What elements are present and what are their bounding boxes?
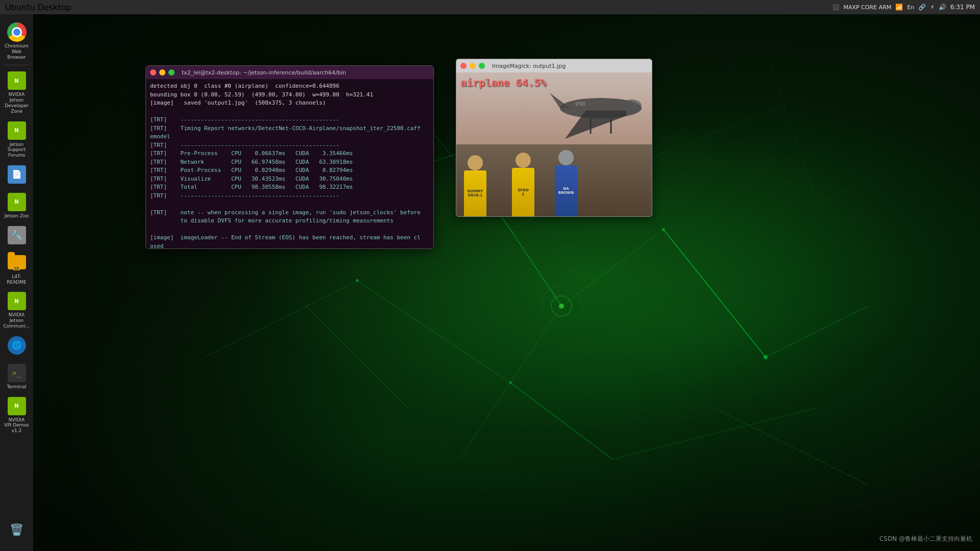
sidebar-item-chromium[interactable]: ChromiumWebBrowser: [2, 19, 32, 62]
term-line-17: to disable DVFS for more accurate profil…: [150, 217, 429, 226]
svg-marker-29: [550, 93, 570, 108]
nvidia-icon-2: N: [8, 121, 26, 140]
chromium-label: ChromiumWebBrowser: [5, 43, 29, 60]
nvidia-icon-5: N: [8, 397, 26, 415]
term-line-8: [TRT] ----------------------------------…: [150, 141, 429, 150]
chromium-icon: [7, 22, 27, 42]
maxp-label: MAXP CORE ARM: [844, 4, 892, 11]
imagemagick-title-text: ImageMagick: output1.jpg: [492, 63, 566, 69]
terminal-icon: >_: [8, 364, 26, 382]
sidebar-item-trash[interactable]: 🗑️: [2, 517, 32, 543]
person-1: DUMMYDECK-1: [464, 155, 486, 216]
trash-icon: 🗑️: [7, 519, 27, 540]
files-icon: 📄: [7, 164, 27, 185]
nvidia-communi-icon: N: [7, 291, 27, 311]
term-line-14: [TRT] ----------------------------------…: [150, 192, 429, 201]
nvidia-devzone-icon: N: [7, 70, 27, 91]
term-line-11: [TRT] Post-Process CPU 0.82940ms CUDA 0.…: [150, 166, 429, 175]
term-line-1: detected obj 0 class #0 (airplane) confi…: [150, 82, 429, 91]
terminal-min-btn[interactable]: [159, 69, 165, 76]
head-2: [516, 153, 531, 168]
taskbar-title: Ubuntu Desktop: [5, 3, 71, 12]
l4t-icon: SD: [7, 253, 27, 273]
person-3: NABROWN: [555, 150, 577, 216]
terminal-label: Terminal: [7, 384, 26, 390]
term-line-3: [image] saved 'output1.jpg' (500x375, 3 …: [150, 99, 429, 108]
nvidia-devzone-label: NVIDIAJetsonDeveloperZone: [5, 92, 28, 114]
blue-circle-icon: 🌐: [8, 336, 26, 355]
person-2: SFDO2: [512, 153, 534, 216]
taskbar: Ubuntu Desktop ⬛ MAXP CORE ARM 📶 En 🔗 ⚡ …: [0, 0, 980, 14]
chromium-2-icon: 🌐: [7, 335, 27, 356]
sidebar-item-l4t[interactable]: SD L4T-README: [2, 250, 32, 288]
imagemagick-titlebar: ImageMagick: output1.jpg: [456, 59, 652, 72]
sidebar-item-nvidia-devzone[interactable]: N NVIDIAJetsonDeveloperZone: [2, 68, 32, 116]
nvidia-zoo-label: Jetson Zoo: [5, 213, 29, 219]
term-line-18: [150, 226, 429, 234]
svg-text:VT03: VT03: [575, 102, 585, 107]
nvidia-icon-3: N: [8, 193, 26, 211]
body-3: NABROWN: [555, 165, 577, 216]
svg-point-30: [621, 99, 642, 112]
head-1: [468, 155, 483, 170]
imagemagick-close-btn[interactable]: [460, 63, 467, 69]
terminal-titlebar: tx2_lei@tx2-desktop: ~/jetson-inference/…: [146, 66, 433, 79]
sidebar-item-nvidia-zoo[interactable]: N Jetson Zoo: [2, 189, 32, 221]
sidebar-item-chromium-2[interactable]: 🌐: [2, 333, 32, 359]
terminal-content[interactable]: detected obj 0 class #0 (airplane) confi…: [146, 79, 433, 248]
sidebar-item-settings[interactable]: 🔧: [2, 222, 32, 249]
head-3: [558, 150, 574, 165]
sidebar-item-files[interactable]: 📄: [2, 162, 32, 188]
term-line-4: [150, 108, 429, 116]
sidebar-item-vpi[interactable]: N NVIDIAVPI Demosv1.2: [2, 393, 32, 436]
vpi-icon: N: [7, 396, 27, 416]
term-line-10: [TRT] Network CPU 66.97458ms CUDA 63.389…: [150, 158, 429, 167]
nvidia-icon-1: N: [8, 71, 26, 90]
imagemagick-window[interactable]: ImageMagick: output1.jpg: [456, 59, 652, 217]
imagemagick-min-btn[interactable]: [470, 63, 476, 69]
sidebar-item-nvidia-support[interactable]: N JetsonSupportForums: [2, 118, 32, 161]
volume-icon: 🔊: [939, 4, 946, 11]
nvidia-communi-label: NVIDIAJetsonCommuni...: [4, 312, 30, 329]
airplane-image: VT03 DUMMYDECK-1 SFDO2: [456, 72, 652, 216]
terminal-window[interactable]: tx2_lei@tx2-desktop: ~/jetson-inference/…: [145, 65, 434, 249]
people-group: DUMMYDECK-1 SFDO2: [456, 145, 652, 216]
term-line-20: osed: [150, 242, 429, 249]
terminal-max-btn[interactable]: [168, 69, 175, 76]
divider-1: [4, 65, 30, 65]
body-2: SFDO2: [512, 168, 534, 216]
term-line-9: [TRT] Pre-Process CPU 0.06637ms CUDA 3.3…: [150, 149, 429, 158]
nvidia-zoo-icon: N: [7, 192, 27, 212]
en-indicator: En: [907, 4, 914, 11]
sidebar-item-terminal[interactable]: >_ Terminal: [2, 360, 32, 392]
term-line-15: [150, 200, 429, 209]
wifi-icon: 📶: [895, 4, 903, 11]
term-line-6: [TRT] Timing Report networks/DetectNet-C…: [150, 124, 429, 133]
nvidia-icon-4: N: [8, 292, 26, 310]
term-line-7: emodel: [150, 133, 429, 141]
doc-icon: 📄: [8, 165, 26, 184]
airplane-svg: VT03: [545, 78, 647, 154]
body-1: DUMMYDECK-1: [464, 170, 486, 216]
clock: 6:31 PM: [950, 4, 975, 11]
vpi-label: NVIDIAVPI Demosv1.2: [4, 417, 29, 434]
sidebar-item-nvidia-communi[interactable]: N NVIDIAJetsonCommuni...: [2, 288, 32, 331]
imagemagick-max-btn[interactable]: [479, 63, 485, 69]
imagemagick-content: VT03 DUMMYDECK-1 SFDO2: [456, 72, 652, 216]
detection-label: airplane 64.5%: [460, 77, 547, 89]
nvidia-support-label: JetsonSupportForums: [8, 142, 26, 158]
term-line-19: [image] imageLoader -- End of Stream (EO…: [150, 234, 429, 242]
nvidia-support-icon: N: [7, 120, 27, 141]
term-line-12: [TRT] Visualize CPU 30.43523ms CUDA 30.7…: [150, 175, 429, 184]
l4t-label: L4T-README: [7, 274, 26, 285]
wrench-icon: 🔧: [8, 226, 26, 244]
term-line-2: bounding box 0 (0.00, 52.59) (499.00, 37…: [150, 91, 429, 99]
terminal-close-btn[interactable]: [150, 69, 156, 76]
bluetooth-icon: 🔗: [918, 4, 926, 11]
taskbar-right: ⬛ MAXP CORE ARM 📶 En 🔗 ⚡ 🔊 6:31 PM: [832, 4, 975, 11]
settings-icon: 🔧: [7, 225, 27, 245]
term-line-16: [TRT] note -- when processing a single i…: [150, 209, 429, 217]
terminal-dock-icon: >_: [7, 363, 27, 383]
sidebar: ChromiumWebBrowser N NVIDIAJetsonDevelop…: [0, 14, 33, 551]
desktop: Ubuntu Desktop ⬛ MAXP CORE ARM 📶 En 🔗 ⚡ …: [0, 0, 980, 551]
